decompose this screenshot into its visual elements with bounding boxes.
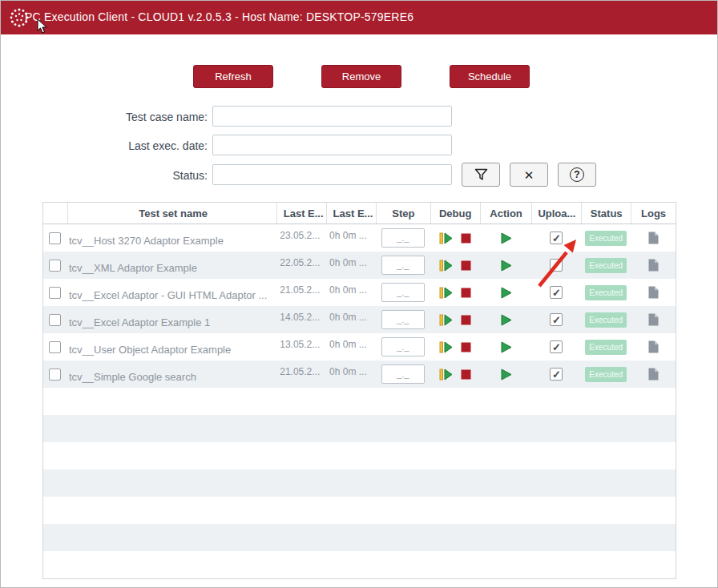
header-debug[interactable]: Debug <box>430 203 480 224</box>
logs-icon[interactable] <box>647 286 659 299</box>
header-test-set-name[interactable]: Test set name <box>67 203 276 224</box>
remove-button[interactable]: Remove <box>321 65 401 88</box>
debug-stop-icon[interactable] <box>461 288 471 298</box>
debug-stop-icon[interactable] <box>461 315 471 325</box>
empty-row <box>43 497 676 524</box>
run-icon[interactable] <box>500 260 512 272</box>
step-input[interactable] <box>381 283 425 302</box>
debug-stop-icon[interactable] <box>461 369 471 380</box>
status-badge: Executed <box>585 340 627 355</box>
row-checkbox[interactable] <box>49 287 61 299</box>
last-exec-date: 23.05.2... <box>280 230 320 241</box>
upload-checkbox[interactable]: ✓ <box>550 313 563 326</box>
test-case-name-label: Test case name: <box>91 111 208 123</box>
last-exec-date: 22.05.2... <box>280 257 320 268</box>
debug-stop-icon[interactable] <box>461 233 471 244</box>
test-set-name: tcv__Simple Google search <box>69 371 196 383</box>
last-exec-date: 21.05.2... <box>280 284 320 296</box>
status-label: Status: <box>91 169 208 182</box>
run-icon[interactable] <box>500 287 512 299</box>
debug-stop-icon[interactable] <box>461 260 471 271</box>
upload-checkbox[interactable]: ✓ <box>550 232 563 244</box>
refresh-button[interactable]: Refresh <box>193 65 273 88</box>
last-exec-duration: 0h 0m ... <box>329 284 367 296</box>
step-input[interactable] <box>381 337 425 356</box>
last-exec-date-label: Last exec. date: <box>91 139 208 152</box>
table-row[interactable]: tcv__Host 3270 Adaptor Example 23.05.2..… <box>43 224 676 252</box>
step-input[interactable] <box>381 310 425 329</box>
app-window: PC Execution Client - CLOUD1 v.2.0.5.3 -… <box>0 0 718 588</box>
upload-checkbox[interactable]: ✓ <box>550 259 563 272</box>
last-exec-duration: 0h 0m ... <box>329 230 367 241</box>
logs-icon[interactable] <box>647 368 659 381</box>
step-input[interactable] <box>381 256 425 275</box>
row-checkbox[interactable] <box>49 341 61 353</box>
empty-row <box>43 524 676 551</box>
status-badge: Executed <box>585 285 627 300</box>
logs-icon[interactable] <box>647 232 659 244</box>
logs-icon[interactable] <box>647 259 659 272</box>
header-last-exec-time[interactable]: Last E... <box>326 203 376 224</box>
step-input[interactable] <box>381 364 425 384</box>
table-body: tcv__Host 3270 Adaptor Example 23.05.2..… <box>43 224 676 578</box>
debug-step-icon[interactable] <box>439 369 453 381</box>
debug-step-icon[interactable] <box>439 260 453 272</box>
empty-row <box>43 415 676 442</box>
upload-checkbox[interactable]: ✓ <box>550 286 563 299</box>
test-set-name: tcv__User Object Adaptor Example <box>69 344 231 356</box>
table-row[interactable]: tcv__XML Adaptor Example 22.05.2... 0h 0… <box>43 252 676 279</box>
status-badge: Executed <box>585 258 627 273</box>
debug-step-icon[interactable] <box>439 341 453 353</box>
debug-step-icon[interactable] <box>439 232 453 244</box>
last-exec-duration: 0h 0m ... <box>329 339 367 350</box>
last-exec-date: 21.05.2... <box>280 366 320 377</box>
test-case-name-input[interactable] <box>212 106 452 127</box>
logs-icon[interactable] <box>647 313 659 326</box>
upload-checkbox[interactable]: ✓ <box>550 340 563 353</box>
run-icon[interactable] <box>500 314 512 326</box>
x-icon: ✕ <box>524 169 534 181</box>
header-logs[interactable]: Logs <box>631 203 676 224</box>
row-checkbox[interactable] <box>49 369 61 381</box>
last-exec-duration: 0h 0m ... <box>329 312 367 323</box>
test-set-table: Test set name Last E... Last E... Step D… <box>42 202 676 579</box>
mouse-cursor <box>37 18 48 34</box>
last-exec-date: 13.05.2... <box>280 339 320 350</box>
header-last-exec-date[interactable]: Last E... <box>276 203 326 224</box>
status-badge: Executed <box>585 312 627 328</box>
test-set-name: tcv__Excel Adaptor Example 1 <box>69 316 210 328</box>
last-exec-date-input[interactable] <box>212 135 452 155</box>
run-icon[interactable] <box>500 232 512 244</box>
debug-step-icon[interactable] <box>439 287 453 299</box>
run-icon[interactable] <box>500 341 512 353</box>
table-row[interactable]: tcv__User Object Adaptor Example 13.05.2… <box>43 333 676 360</box>
filter-button[interactable] <box>462 163 500 187</box>
upload-checkbox[interactable]: ✓ <box>550 368 563 381</box>
empty-row <box>43 551 676 578</box>
logs-icon[interactable] <box>647 340 659 353</box>
status-badge: Executed <box>585 231 627 246</box>
help-button[interactable]: ? <box>558 163 596 187</box>
row-checkbox[interactable] <box>49 260 61 272</box>
table-row[interactable]: tcv__Simple Google search 21.05.2... 0h … <box>43 360 676 388</box>
last-exec-duration: 0h 0m ... <box>329 366 367 377</box>
debug-stop-icon[interactable] <box>461 342 471 352</box>
table-row[interactable]: tcv__Excel Adaptor - GUI HTML Adaptor ..… <box>43 279 676 306</box>
clear-filter-button[interactable]: ✕ <box>510 163 548 187</box>
status-badge: Executed <box>585 367 627 382</box>
debug-step-icon[interactable] <box>439 314 453 326</box>
row-checkbox[interactable] <box>49 232 61 244</box>
window-title: PC Execution Client - CLOUD1 v.2.0.5.3 -… <box>25 10 413 23</box>
schedule-button[interactable]: Schedule <box>450 65 530 88</box>
header-status[interactable]: Status <box>581 203 631 224</box>
header-step[interactable]: Step <box>376 203 430 224</box>
table-header: Test set name Last E... Last E... Step D… <box>43 203 676 224</box>
header-action[interactable]: Action <box>480 203 532 224</box>
status-input[interactable] <box>212 164 452 185</box>
table-row[interactable]: tcv__Excel Adaptor Example 1 14.05.2... … <box>43 306 676 333</box>
run-icon[interactable] <box>500 369 512 381</box>
row-checkbox[interactable] <box>49 314 61 326</box>
header-upload[interactable]: Uploa... <box>531 203 581 224</box>
test-set-name: tcv__Excel Adaptor - GUI HTML Adaptor ..… <box>69 289 267 301</box>
step-input[interactable] <box>381 228 425 248</box>
